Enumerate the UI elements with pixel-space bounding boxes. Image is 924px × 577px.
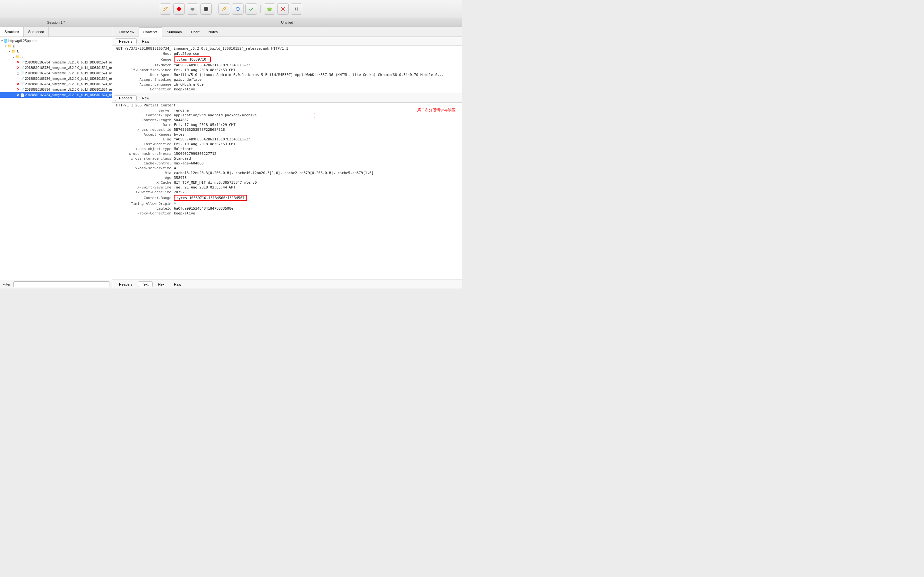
request-headers: Host gdl.25pp.com Range bytes=10089710- … [112,51,462,92]
tree-item-file2[interactable]: ✕ 📄 20180810165734_ninegame_v5.2.0.0_bui… [0,65,112,71]
svg-point-3 [192,8,194,10]
header-accept-ranges: Accept-Ranges bytes [112,132,462,137]
header-x-oss-object-type: x-oss-object-type Multipart [112,147,462,151]
tool-btn[interactable] [277,3,289,15]
tab-overview[interactable]: Overview [115,27,139,37]
svg-point-4 [204,7,208,11]
header-server: Server Tengine [112,108,462,113]
bottom-tab-text[interactable]: Text [138,282,153,287]
tree-item-file6[interactable]: ✕ 📄 20180810165734_ninegame_v5.2.0.0_bui… [0,87,112,92]
left-panel: ▾ 🌐 http://gdl.25pp.com ▾ 📁 s ▾ 📁 3 [0,37,112,288]
check-btn[interactable] [246,3,257,15]
header-content-length: Content-Length 5044857 [112,118,462,122]
tree-item-file4[interactable]: ◻ 📄 20180810165734_ninegame_v5.2.0.0_bui… [0,76,112,81]
tree-item-file5[interactable]: ✕ 📄 20180810165734_ninegame_v5.2.0.0_bui… [0,81,112,87]
response-status-line: HTTP/1.1 206 Partial Content [112,103,462,108]
cloud-btn[interactable] [187,3,198,15]
header-x-oss-hash-crc64ecma: x-oss-hash-crc64ecma 1500902799936622771… [112,151,462,156]
tree-item-file1[interactable]: ✕ 📄 20180810165734_ninegame_v5.2.0.0_bui… [0,60,112,65]
filter-label: Filter: [3,282,11,286]
header-cache-control: Cache-Control max-age=604800 [112,161,462,166]
header-etag: ETag "A050F74B9FE36A2B62116E07C334D1E1-3… [112,137,462,142]
pencil-btn[interactable] [218,3,230,15]
tab-structure[interactable]: Structure [0,27,24,37]
content-scroll[interactable]: GET /s/3/3/20180810165734_ninegame_v5.2.… [112,46,462,279]
separator-1 [215,5,215,13]
basket-btn[interactable] [264,3,275,15]
record-btn[interactable] [173,3,185,15]
tree-item-3b[interactable]: ▸ 📁 3 [0,54,112,60]
header-content-range: Content-Range bytes 10089710-15134566/15… [112,195,462,201]
tree-item-3a[interactable]: ▾ 📁 3 [0,49,112,54]
response-headers: HTTP/1.1 206 Partial Content Server Teng… [112,103,462,216]
separator-2 [260,5,260,13]
svg-point-0 [177,7,181,11]
tree-item-s[interactable]: ▾ 📁 s [0,43,112,49]
tab-chart[interactable]: Chart [186,27,204,37]
header-accept-language: Accept-Language zh-CN,zh;q=0.9 [112,82,462,87]
session-bar: Session 1 * Untitled [0,18,462,27]
header-x-cache: X-Cache HIT TCP_MEM_HIT dirn:0:385738847… [112,180,462,185]
svg-point-8 [296,8,297,10]
header-x-oss-storage-class: x-oss-storage-class Standard [112,156,462,161]
settings-btn[interactable] [291,3,302,15]
content-range-highlight: bytes 10089710-15134566/15134567 [174,195,247,201]
header-range: Range bytes=10089710- [112,56,462,63]
header-via: Via cache13.l2nu20-3[0,206-0,H], cache40… [112,171,462,175]
range-highlight: bytes=10089710- [174,56,211,63]
response-inner-tabs: Headers Raw [112,93,462,103]
request-line: GET /s/3/3/20180810165734_ninegame_v5.2.… [112,46,462,51]
header-x-oss-server-time: x-oss-server-time 4 [112,166,462,171]
bottom-tab-hex[interactable]: Hex [154,282,169,287]
refresh-btn[interactable] [232,3,244,15]
tree-area: ▾ 🌐 http://gdl.25pp.com ▾ 📁 s ▾ 📁 3 [0,37,112,280]
tree-item-file7[interactable]: ✕ 📄 20180810165734_ninegame_v5.2.0.0_bui… [0,92,112,98]
header-eagleid: EagleId 6a0fda991534848418478033508e [112,206,462,211]
right-panel: Headers Raw GET /s/3/3/20180810165734_ni… [112,37,462,288]
header-proxy-connection: Proxy-Connection keep-alive [112,211,462,216]
session-label: Session 1 * [0,18,112,27]
svg-point-2 [191,8,192,10]
header-if-unmodified-since: If-Unmodified-Since Fri, 10 Aug 2018 08:… [112,68,462,73]
tree-item-file3[interactable]: ◻ 📄 20180810165734_ninegame_v5.2.0.0_bui… [0,71,112,76]
header-host: Host gdl.25pp.com [112,51,462,56]
tree-item-root[interactable]: ▾ 🌐 http://gdl.25pp.com [0,38,112,43]
header-timing-allow-origin: Timing-Allow-Origin * [112,201,462,206]
header-date: Date Fri, 17 Aug 2018 05:14:29 GMT [112,122,462,127]
tab-summary[interactable]: Summary [162,27,186,37]
header-x-swift-savetime: X-Swift-SaveTime Tue, 21 Aug 2018 02:55:… [112,185,462,190]
tab-notes[interactable]: Notes [204,27,222,37]
bottom-tab-raw[interactable]: Raw [170,282,185,287]
filter-bar: Filter: [0,280,112,288]
bottom-tab-headers[interactable]: Headers [115,282,137,287]
resp-tab-raw[interactable]: Raw [138,95,153,101]
header-if-match: If-Match "A050F74B9FE36A2B62116E07C334D1… [112,63,462,68]
header-connection-req: Connection keep-alive [112,87,462,92]
header-last-modified: Last-Modified Fri, 10 Aug 2018 08:57:53 … [112,142,462,147]
bottom-tabs: Headers Text Hex Raw [112,279,462,288]
header-x-oss-request-id: x-oss-request-id 5B7659B5253B78F22E68F51… [112,127,462,132]
pen-tool-btn[interactable] [160,3,171,15]
tab-sequence[interactable]: Sequence [24,27,49,37]
req-tab-raw[interactable]: Raw [138,39,153,44]
header-accept-encoding: Accept-Encoding gzip, deflate [112,77,462,82]
header-age: Age 358978 [112,175,462,180]
toolbar [0,0,462,18]
header-content-type: Content-Type application/vnd.android.pac… [112,113,462,118]
filter-input[interactable] [13,282,110,287]
svg-rect-5 [268,9,271,11]
stop-btn[interactable] [200,3,212,15]
untitled-label: Untitled [112,18,462,27]
header-user-agent: User-Agent Mozilla/5.0 (Linux; Android 6… [112,73,462,77]
resp-tab-headers[interactable]: Headers [115,95,137,101]
header-x-swift-cachetime: X-Swift-CacheTime 207525 [112,190,462,195]
tab-contents[interactable]: Contents [139,27,162,37]
request-inner-tabs: Headers Raw [112,37,462,46]
req-tab-headers[interactable]: Headers [115,39,137,44]
